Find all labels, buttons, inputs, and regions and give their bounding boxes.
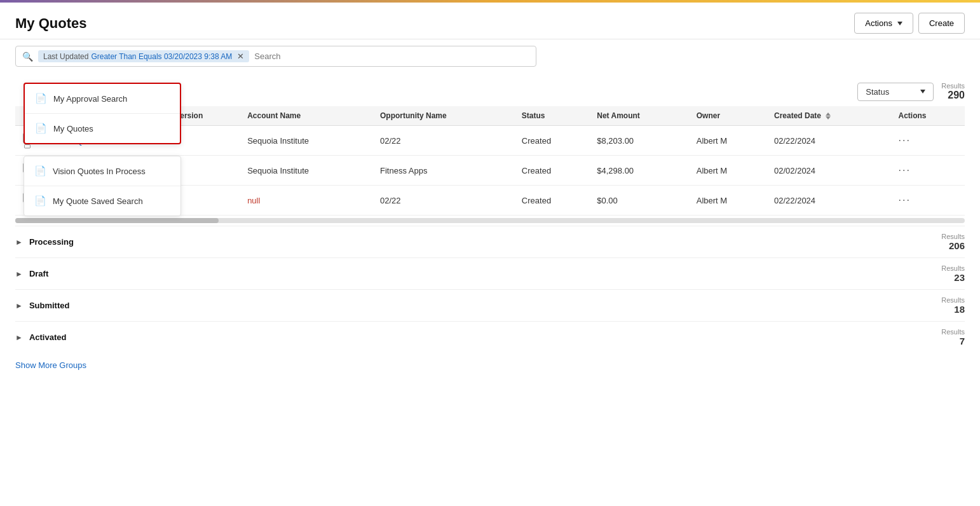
group-chevron-icon: ► [15, 270, 23, 278]
sort-up-icon [826, 113, 831, 116]
horizontal-scrollbar[interactable] [15, 218, 965, 223]
row-status: Created [515, 156, 590, 186]
search-input[interactable] [254, 51, 529, 61]
row-actions-cell: ··· [892, 186, 965, 215]
row-actions-cell: ··· [892, 156, 965, 186]
group-results-block: Results 18 [941, 296, 965, 315]
dropdown-item-vision-quotes[interactable]: 📄 Vision Quotes In Process [24, 156, 180, 186]
create-button[interactable]: Create [918, 13, 965, 34]
group-chevron-icon: ► [15, 333, 23, 342]
status-filter-dropdown[interactable]: Status [857, 83, 934, 101]
row-status: Created [515, 126, 590, 156]
show-more-groups-link[interactable]: Show More Groups [0, 353, 980, 378]
dropdown-item-my-quote-saved[interactable]: 📄 My Quote Saved Search [24, 186, 180, 215]
group-results-count: 7 [941, 336, 965, 346]
saved-search-icon-3: 📄 [34, 165, 46, 177]
page-wrapper: My Quotes Actions Create 🔍 Last Updated … [0, 0, 980, 506]
group-results-count: 18 [941, 304, 965, 315]
group-results-label: Results [941, 264, 965, 272]
saved-search-icon-1: 📄 [35, 93, 47, 104]
null-account: null [247, 196, 260, 205]
group-row-activated[interactable]: ► Activated Results 7 [15, 321, 965, 353]
filter-close-icon[interactable]: ✕ [237, 51, 244, 61]
group-results-block: Results 7 [941, 328, 965, 346]
results-count: 290 [941, 90, 965, 101]
dropdown-item-label-2: My Quotes [53, 124, 93, 133]
group-section: ► Processing Results 206 ► Draft Results… [0, 226, 980, 353]
svg-rect-0 [25, 145, 31, 149]
dropdown-item-label-4: My Quote Saved Search [53, 196, 143, 206]
scrollbar-thumb[interactable] [15, 218, 219, 223]
filter-chip: Last Updated Greater Than Equals 03/20/2… [38, 50, 249, 62]
col-owner[interactable]: Owner [690, 106, 768, 126]
row-account: Sequoia Institute [241, 156, 374, 186]
group-row-processing[interactable]: ► Processing Results 206 [15, 226, 965, 257]
group-results-count: 206 [941, 240, 965, 251]
actions-button[interactable]: Actions [854, 13, 913, 34]
col-account[interactable]: Account Name [241, 106, 374, 126]
dropdown-item-my-approval-search[interactable]: 📄 My Approval Search [25, 84, 180, 113]
group-results-label: Results [941, 296, 965, 304]
row-owner: Albert M [690, 126, 768, 156]
sort-icon [826, 113, 831, 120]
group-results-block: Results 206 [941, 233, 965, 251]
row-actions-button[interactable]: ··· [899, 135, 911, 146]
row-owner: Albert M [690, 156, 768, 186]
group-label: Submitted [29, 301, 941, 310]
group-row-draft[interactable]: ► Draft Results 23 [15, 257, 965, 289]
filter-value: Greater Than Equals 03/20/2023 9:38 AM [91, 52, 232, 61]
saved-searches-dropdown-below: 📄 Vision Quotes In Process 📄 My Quote Sa… [24, 156, 181, 216]
search-bar-container: 🔍 Last Updated Greater Than Equals 03/20… [0, 39, 980, 73]
col-actions: Actions [892, 106, 965, 126]
group-row-submitted[interactable]: ► Submitted Results 18 [15, 289, 965, 321]
status-chevron-down-icon [920, 90, 925, 93]
col-created-date[interactable]: Created Date [768, 106, 892, 126]
results-label: Results [941, 82, 965, 90]
chevron-down-icon [897, 22, 902, 25]
search-icon: 🔍 [22, 51, 33, 62]
row-actions-button[interactable]: ··· [899, 195, 911, 205]
saved-searches-dropdown: 📄 My Approval Search 📄 My Quotes [24, 83, 181, 144]
page-title: My Quotes [15, 15, 86, 32]
row-amount: $4,298.00 [590, 156, 690, 186]
group-results-label: Results [941, 328, 965, 336]
row-created-date: 02/02/2024 [768, 156, 892, 186]
col-amount[interactable]: Net Amount [590, 106, 690, 126]
dropdown-item-label-3: Vision Quotes In Process [53, 167, 146, 176]
row-owner: Albert M [690, 186, 768, 215]
group-label: Activated [29, 332, 941, 342]
row-account: null [241, 186, 374, 215]
header-actions: Actions Create [854, 13, 965, 34]
row-amount: $8,203.00 [590, 126, 690, 156]
dropdown-item-label-1: My Approval Search [53, 94, 127, 104]
group-label: Processing [29, 237, 941, 247]
group-results-label: Results [941, 233, 965, 240]
row-status: Created [515, 186, 590, 215]
status-filter-label: Status [866, 87, 889, 97]
page-header: My Quotes Actions Create [0, 3, 980, 39]
row-actions-cell: ··· [892, 126, 965, 156]
row-account: Sequoia Institute [241, 126, 374, 156]
col-status[interactable]: Status [515, 106, 590, 126]
group-results-block: Results 23 [941, 264, 965, 283]
saved-search-icon-2: 📄 [35, 123, 47, 134]
sort-down-icon [826, 116, 831, 120]
row-created-date: 02/22/2024 [768, 186, 892, 215]
group-results-count: 23 [941, 272, 965, 283]
row-created-date: 02/22/2024 [768, 126, 892, 156]
row-actions-button[interactable]: ··· [899, 165, 911, 175]
row-opportunity: 02/22 [374, 126, 515, 156]
col-opportunity[interactable]: Opportunity Name [374, 106, 515, 126]
dropdown-item-my-quotes[interactable]: 📄 My Quotes [25, 114, 180, 143]
results-block: Results 290 [941, 82, 965, 101]
group-chevron-icon: ► [15, 238, 23, 247]
search-bar: 🔍 Last Updated Greater Than Equals 03/20… [15, 46, 536, 67]
group-chevron-icon: ► [15, 301, 23, 310]
group-label: Draft [29, 269, 941, 278]
actions-label: Actions [865, 18, 892, 28]
row-amount: $0.00 [590, 186, 690, 215]
row-opportunity: Fitness Apps [374, 156, 515, 186]
filter-label: Last Updated [43, 52, 88, 61]
saved-search-icon-4: 📄 [34, 195, 46, 207]
row-opportunity: 02/22 [374, 186, 515, 215]
